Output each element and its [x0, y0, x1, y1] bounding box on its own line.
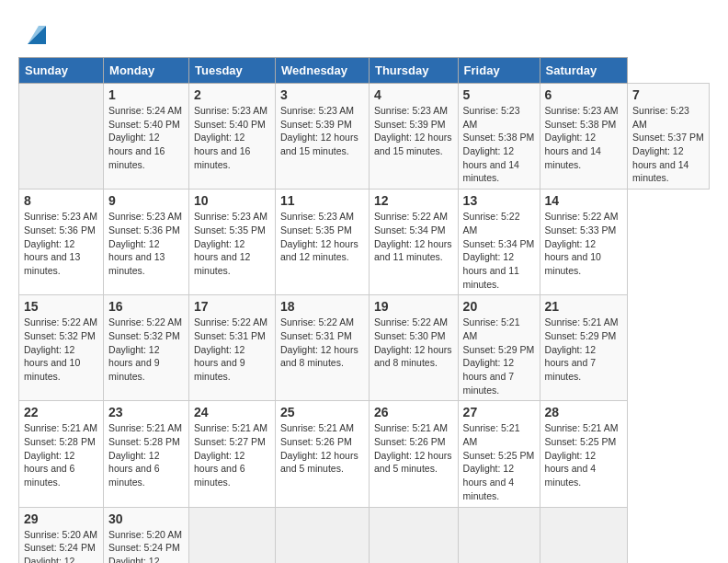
day-info: Sunrise: 5:22 AMSunset: 5:33 PMDaylight:…	[545, 211, 619, 276]
day-number: 4	[374, 87, 453, 102]
calendar-week-row: 29 Sunrise: 5:20 AMSunset: 5:24 PMDaylig…	[19, 507, 710, 563]
calendar-day-cell: 7 Sunrise: 5:23 AMSunset: 5:37 PMDayligh…	[628, 84, 710, 190]
day-info: Sunrise: 5:22 AMSunset: 5:31 PMDaylight:…	[280, 316, 358, 368]
day-number: 26	[374, 405, 453, 419]
calendar-day-cell: 29 Sunrise: 5:20 AMSunset: 5:24 PMDaylig…	[19, 507, 104, 563]
calendar-day-cell: 12 Sunrise: 5:22 AMSunset: 5:34 PMDaylig…	[369, 190, 458, 295]
calendar-day-cell	[369, 507, 458, 563]
calendar-week-row: 22 Sunrise: 5:21 AMSunset: 5:28 PMDaylig…	[19, 401, 710, 507]
day-number: 18	[280, 299, 364, 314]
page-header	[18, 18, 710, 48]
calendar-header-row: SundayMondayTuesdayWednesdayThursdayFrid…	[19, 58, 710, 84]
day-number: 12	[374, 193, 453, 208]
calendar-header-thursday: Thursday	[369, 58, 458, 84]
day-info: Sunrise: 5:22 AMSunset: 5:32 PMDaylight:…	[108, 316, 182, 382]
day-number: 17	[194, 299, 270, 314]
calendar-header-friday: Friday	[458, 58, 540, 84]
calendar-week-row: 8 Sunrise: 5:23 AMSunset: 5:36 PMDayligh…	[19, 190, 710, 295]
day-info: Sunrise: 5:22 AMSunset: 5:31 PMDaylight:…	[194, 316, 267, 382]
calendar-header-wednesday: Wednesday	[276, 58, 370, 84]
day-number: 1	[108, 87, 184, 102]
day-info: Sunrise: 5:22 AMSunset: 5:32 PMDaylight:…	[24, 316, 97, 382]
day-number: 23	[108, 405, 184, 419]
calendar-day-cell: 9 Sunrise: 5:23 AMSunset: 5:36 PMDayligh…	[104, 190, 189, 295]
calendar-day-cell	[458, 507, 540, 563]
day-number: 20	[463, 299, 535, 314]
day-info: Sunrise: 5:23 AMSunset: 5:38 PMDaylight:…	[545, 105, 619, 170]
day-number: 10	[194, 193, 270, 208]
day-info: Sunrise: 5:23 AMSunset: 5:35 PMDaylight:…	[194, 211, 267, 276]
day-number: 11	[280, 193, 364, 208]
calendar-day-cell: 23 Sunrise: 5:21 AMSunset: 5:28 PMDaylig…	[104, 401, 189, 507]
day-number: 29	[24, 511, 98, 526]
day-info: Sunrise: 5:23 AMSunset: 5:37 PMDaylight:…	[632, 105, 704, 183]
day-info: Sunrise: 5:23 AMSunset: 5:35 PMDaylight:…	[280, 211, 358, 262]
day-number: 16	[108, 299, 184, 314]
day-info: Sunrise: 5:20 AMSunset: 5:24 PMDaylight:…	[108, 529, 182, 564]
calendar-day-cell: 30 Sunrise: 5:20 AMSunset: 5:24 PMDaylig…	[104, 507, 189, 563]
day-number: 2	[194, 87, 270, 102]
day-info: Sunrise: 5:23 AMSunset: 5:39 PMDaylight:…	[280, 105, 358, 156]
day-info: Sunrise: 5:21 AMSunset: 5:26 PMDaylight:…	[374, 422, 452, 474]
day-info: Sunrise: 5:21 AMSunset: 5:28 PMDaylight:…	[108, 422, 182, 488]
calendar-day-cell: 4 Sunrise: 5:23 AMSunset: 5:39 PMDayligh…	[369, 84, 458, 190]
day-number: 14	[545, 193, 623, 208]
calendar-header-saturday: Saturday	[540, 58, 628, 84]
day-info: Sunrise: 5:21 AMSunset: 5:28 PMDaylight:…	[24, 422, 97, 488]
day-number: 22	[24, 405, 98, 419]
day-info: Sunrise: 5:23 AMSunset: 5:36 PMDaylight:…	[24, 211, 97, 276]
calendar-day-cell: 28 Sunrise: 5:21 AMSunset: 5:25 PMDaylig…	[540, 401, 628, 507]
calendar-day-cell: 17 Sunrise: 5:22 AMSunset: 5:31 PMDaylig…	[189, 295, 276, 401]
calendar-day-cell: 21 Sunrise: 5:21 AMSunset: 5:29 PMDaylig…	[540, 295, 628, 401]
calendar-table: SundayMondayTuesdayWednesdayThursdayFrid…	[18, 57, 710, 563]
logo-icon	[20, 22, 46, 48]
day-number: 21	[545, 299, 623, 314]
day-info: Sunrise: 5:24 AMSunset: 5:40 PMDaylight:…	[108, 105, 182, 170]
calendar-day-cell: 24 Sunrise: 5:21 AMSunset: 5:27 PMDaylig…	[189, 401, 276, 507]
day-info: Sunrise: 5:22 AMSunset: 5:34 PMDaylight:…	[374, 211, 452, 262]
day-info: Sunrise: 5:21 AMSunset: 5:29 PMDaylight:…	[463, 316, 535, 395]
day-info: Sunrise: 5:21 AMSunset: 5:26 PMDaylight:…	[280, 422, 358, 474]
day-info: Sunrise: 5:21 AMSunset: 5:25 PMDaylight:…	[463, 422, 535, 500]
calendar-day-cell: 5 Sunrise: 5:23 AMSunset: 5:38 PMDayligh…	[458, 84, 540, 190]
day-number: 8	[24, 193, 98, 208]
day-info: Sunrise: 5:20 AMSunset: 5:24 PMDaylight:…	[24, 529, 97, 564]
day-number: 7	[632, 87, 704, 102]
day-info: Sunrise: 5:21 AMSunset: 5:29 PMDaylight:…	[545, 316, 619, 382]
day-info: Sunrise: 5:23 AMSunset: 5:36 PMDaylight:…	[108, 211, 182, 276]
calendar-day-cell	[189, 507, 276, 563]
calendar-day-cell: 15 Sunrise: 5:22 AMSunset: 5:32 PMDaylig…	[19, 295, 104, 401]
day-info: Sunrise: 5:22 AMSunset: 5:34 PMDaylight:…	[463, 211, 535, 289]
calendar-day-cell: 25 Sunrise: 5:21 AMSunset: 5:26 PMDaylig…	[276, 401, 370, 507]
calendar-day-cell: 10 Sunrise: 5:23 AMSunset: 5:35 PMDaylig…	[189, 190, 276, 295]
calendar-day-cell	[540, 507, 628, 563]
calendar-day-cell: 20 Sunrise: 5:21 AMSunset: 5:29 PMDaylig…	[458, 295, 540, 401]
calendar-day-cell: 13 Sunrise: 5:22 AMSunset: 5:34 PMDaylig…	[458, 190, 540, 295]
day-number: 6	[545, 87, 623, 102]
calendar-empty-cell	[19, 84, 104, 190]
calendar-day-cell: 1 Sunrise: 5:24 AMSunset: 5:40 PMDayligh…	[104, 84, 189, 190]
day-number: 9	[108, 193, 184, 208]
calendar-week-row: 1 Sunrise: 5:24 AMSunset: 5:40 PMDayligh…	[19, 84, 710, 190]
calendar-day-cell: 16 Sunrise: 5:22 AMSunset: 5:32 PMDaylig…	[104, 295, 189, 401]
day-number: 28	[545, 405, 623, 419]
day-number: 3	[280, 87, 364, 102]
day-number: 13	[463, 193, 535, 208]
day-info: Sunrise: 5:21 AMSunset: 5:25 PMDaylight:…	[545, 422, 619, 488]
day-info: Sunrise: 5:23 AMSunset: 5:38 PMDaylight:…	[463, 105, 535, 183]
day-info: Sunrise: 5:23 AMSunset: 5:40 PMDaylight:…	[194, 105, 267, 170]
day-info: Sunrise: 5:21 AMSunset: 5:27 PMDaylight:…	[194, 422, 267, 488]
day-number: 30	[108, 511, 184, 526]
calendar-header-tuesday: Tuesday	[189, 58, 276, 84]
day-number: 15	[24, 299, 98, 314]
calendar-day-cell: 18 Sunrise: 5:22 AMSunset: 5:31 PMDaylig…	[276, 295, 370, 401]
calendar-day-cell: 26 Sunrise: 5:21 AMSunset: 5:26 PMDaylig…	[369, 401, 458, 507]
calendar-day-cell: 22 Sunrise: 5:21 AMSunset: 5:28 PMDaylig…	[19, 401, 104, 507]
day-number: 24	[194, 405, 270, 419]
calendar-header-monday: Monday	[104, 58, 189, 84]
calendar-day-cell: 14 Sunrise: 5:22 AMSunset: 5:33 PMDaylig…	[540, 190, 628, 295]
calendar-day-cell: 19 Sunrise: 5:22 AMSunset: 5:30 PMDaylig…	[369, 295, 458, 401]
logo	[18, 22, 46, 48]
calendar-day-cell: 11 Sunrise: 5:23 AMSunset: 5:35 PMDaylig…	[276, 190, 370, 295]
day-number: 25	[280, 405, 364, 419]
